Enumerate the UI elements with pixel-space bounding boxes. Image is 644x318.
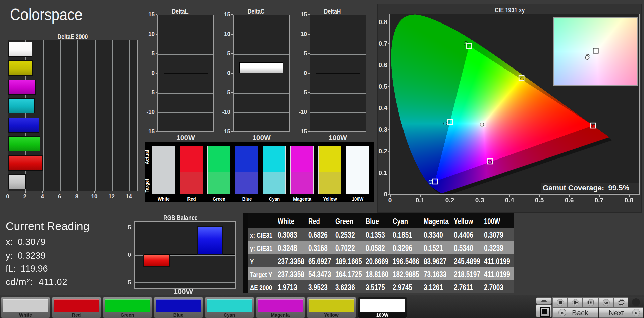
svg-text:∞: ∞ [604, 300, 608, 305]
